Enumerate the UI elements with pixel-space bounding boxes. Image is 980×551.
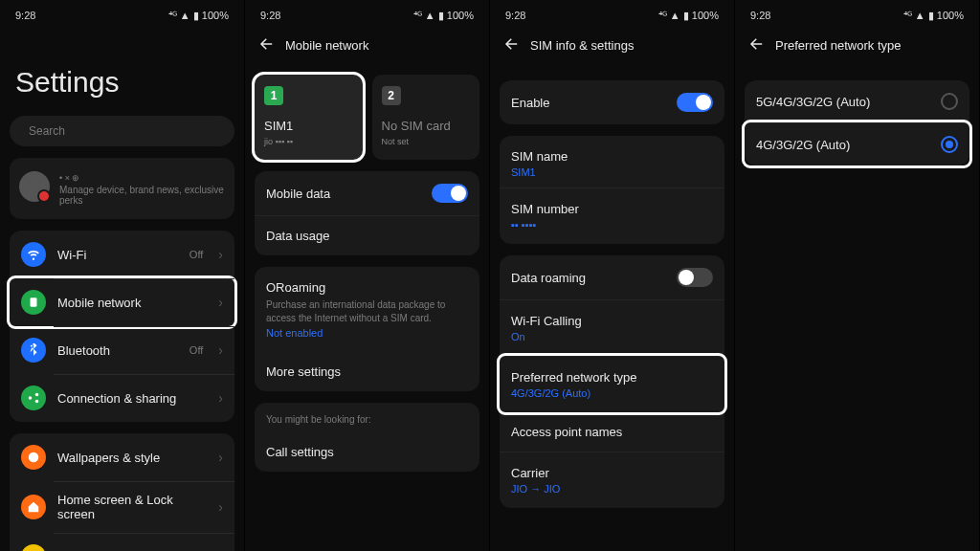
wallpapers-row[interactable]: Wallpapers & style › bbox=[10, 433, 234, 481]
chevron-right-icon: › bbox=[218, 450, 223, 465]
data-roaming-row[interactable]: Data roaming bbox=[500, 255, 724, 299]
oroaming-label: ORoaming bbox=[266, 280, 468, 295]
svg-point-4 bbox=[35, 393, 39, 397]
account-card[interactable]: • × ⊕ Manage device, brand news, exclusi… bbox=[10, 158, 234, 219]
back-icon[interactable] bbox=[258, 35, 276, 55]
status-icons: ⁴ᴳ ▲ ▮ 100% bbox=[413, 10, 474, 22]
header: SIM info & settings bbox=[500, 28, 724, 69]
svg-point-5 bbox=[35, 400, 39, 404]
clock: 9:28 bbox=[750, 10, 770, 22]
sim-number-row[interactable]: SIM number ▪▪ ▪▪▪▪ bbox=[500, 187, 724, 244]
status-icons: ⁴ᴳ ▲ ▮ 100% bbox=[903, 10, 964, 22]
clock: 9:28 bbox=[505, 10, 525, 22]
option-4g-label: 4G/3G/2G (Auto) bbox=[756, 138, 941, 152]
sim-name-row[interactable]: SIM name SIM1 bbox=[500, 136, 724, 187]
wifi-calling-value: On bbox=[511, 331, 713, 342]
clock: 9:28 bbox=[15, 10, 35, 22]
chevron-right-icon: › bbox=[218, 295, 223, 310]
bluetooth-row[interactable]: Bluetooth Off › bbox=[10, 326, 234, 374]
status-icons: ⁴ᴳ ▲ ▮ 100% bbox=[658, 10, 719, 22]
chevron-right-icon: › bbox=[218, 499, 223, 515]
connection-sharing-row[interactable]: Connection & sharing › bbox=[10, 374, 234, 422]
sim2-card[interactable]: 2 No SIM card Not set bbox=[372, 75, 480, 160]
apn-label: Access point names bbox=[511, 425, 713, 439]
share-icon bbox=[21, 386, 46, 410]
mobile-network-row[interactable]: Mobile network › bbox=[10, 278, 234, 326]
svg-rect-2 bbox=[31, 298, 37, 306]
wifi-row[interactable]: Wi-Fi Off › bbox=[10, 231, 234, 278]
sim-name-label: SIM name bbox=[511, 149, 713, 164]
status-bar: 9:28 ⁴ᴳ ▲ ▮ 100% bbox=[500, 0, 724, 28]
more-settings-label: More settings bbox=[266, 364, 468, 379]
oroaming-state: Not enabled bbox=[266, 327, 468, 339]
more-settings-row[interactable]: More settings bbox=[255, 352, 479, 391]
settings-screen: 9:28 ⁴ᴳ ▲ ▮ 100% Settings Search • × ⊕ M… bbox=[0, 0, 245, 551]
page-title: Settings bbox=[10, 28, 234, 116]
sim-number-value: ▪▪ ▪▪▪▪ bbox=[511, 219, 713, 231]
search-input[interactable]: Search bbox=[10, 116, 234, 146]
homescreen-label: Home screen & Lock screen bbox=[57, 493, 207, 521]
svg-point-3 bbox=[29, 396, 33, 400]
sim-number-label: SIM number bbox=[511, 202, 713, 216]
wifi-value: Off bbox=[189, 249, 203, 260]
enable-sim-row[interactable]: Enable bbox=[500, 80, 724, 124]
sim2-operator: Not set bbox=[382, 137, 471, 146]
avatar bbox=[19, 171, 50, 202]
chevron-right-icon: › bbox=[218, 342, 223, 358]
back-icon[interactable] bbox=[748, 35, 766, 55]
data-usage-label: Data usage bbox=[266, 229, 468, 243]
status-bar: 9:28 ⁴ᴳ ▲ ▮ 100% bbox=[255, 0, 479, 28]
carrier-row[interactable]: Carrier JIO → JIO bbox=[500, 452, 724, 508]
back-icon[interactable] bbox=[503, 35, 521, 55]
apn-row[interactable]: Access point names bbox=[500, 412, 724, 452]
oroaming-desc: Purchase an international data package t… bbox=[266, 298, 468, 324]
suggestion-header: You might be looking for: bbox=[255, 403, 479, 432]
homescreen-row[interactable]: Home screen & Lock screen › bbox=[10, 481, 234, 533]
header: Preferred network type bbox=[745, 28, 969, 69]
connection-sharing-label: Connection & sharing bbox=[57, 391, 207, 406]
palette-icon bbox=[21, 445, 46, 470]
network-option-5g[interactable]: 5G/4G/3G/2G (Auto) bbox=[745, 80, 969, 122]
sim-name-value: SIM1 bbox=[511, 166, 713, 178]
radio-4g[interactable] bbox=[941, 136, 958, 153]
header-title: SIM info & settings bbox=[530, 38, 634, 53]
call-settings-label: Call settings bbox=[266, 445, 468, 459]
mobile-data-label: Mobile data bbox=[266, 187, 432, 201]
oroaming-row[interactable]: ORoaming Purchase an international data … bbox=[255, 267, 479, 352]
header: Mobile network bbox=[255, 28, 479, 69]
wifi-icon bbox=[21, 242, 46, 267]
sim2-badge: 2 bbox=[382, 86, 401, 105]
pnt-value: 4G/3G/2G (Auto) bbox=[511, 387, 713, 399]
mobile-network-label: Mobile network bbox=[57, 296, 207, 310]
sim-icon bbox=[21, 290, 46, 315]
sim1-card[interactable]: 1 SIM1 jio ▪▪▪ ▪▪ bbox=[255, 75, 363, 160]
data-usage-row[interactable]: Data usage bbox=[255, 215, 479, 255]
header-title: Preferred network type bbox=[775, 38, 902, 53]
brightness-icon bbox=[21, 544, 46, 551]
bluetooth-icon bbox=[21, 338, 46, 363]
search-placeholder: Search bbox=[29, 124, 65, 138]
sim1-badge: 1 bbox=[264, 86, 283, 105]
preferred-network-screen: 9:28 ⁴ᴳ ▲ ▮ 100% Preferred network type … bbox=[735, 0, 980, 551]
wifi-label: Wi-Fi bbox=[57, 248, 178, 262]
network-option-4g[interactable]: 4G/3G/2G (Auto) bbox=[745, 122, 969, 165]
sim1-operator: jio ▪▪▪ ▪▪ bbox=[264, 137, 353, 146]
wifi-calling-label: Wi-Fi Calling bbox=[511, 314, 713, 328]
enable-toggle[interactable] bbox=[677, 93, 713, 112]
data-roaming-toggle[interactable] bbox=[677, 268, 713, 287]
wifi-calling-row[interactable]: Wi-Fi Calling On bbox=[500, 299, 724, 356]
preferred-network-type-row[interactable]: Preferred network type 4G/3G/2G (Auto) bbox=[500, 356, 724, 412]
data-roaming-label: Data roaming bbox=[511, 271, 677, 285]
mobile-data-toggle[interactable] bbox=[432, 184, 468, 203]
home-icon bbox=[21, 495, 46, 519]
status-bar: 9:28 ⁴ᴳ ▲ ▮ 100% bbox=[10, 0, 234, 28]
chevron-right-icon: › bbox=[218, 390, 223, 406]
call-settings-row[interactable]: Call settings bbox=[255, 432, 479, 472]
status-bar: 9:28 ⁴ᴳ ▲ ▮ 100% bbox=[745, 0, 969, 28]
wallpapers-label: Wallpapers & style bbox=[57, 451, 207, 465]
radio-5g[interactable] bbox=[941, 93, 958, 110]
account-badges: • × ⊕ bbox=[59, 173, 225, 183]
display-row[interactable]: Display & brightness › bbox=[10, 533, 234, 551]
mobile-data-row[interactable]: Mobile data bbox=[255, 171, 479, 215]
chevron-right-icon: › bbox=[218, 247, 223, 262]
